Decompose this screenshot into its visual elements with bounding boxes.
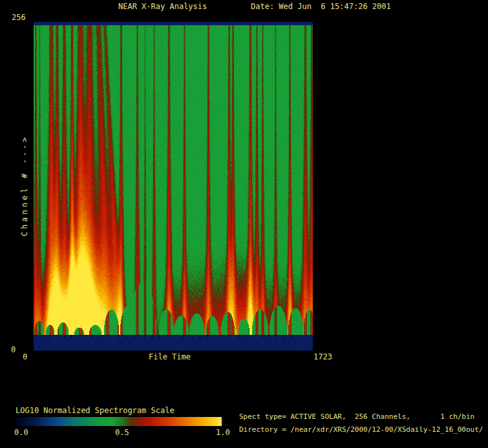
spect-type-line: Spect type= ACTIVE SOLAR, 256 Channels, …	[239, 412, 474, 421]
y-axis-max-label: 256	[12, 14, 26, 21]
y-axis-min-label: 0	[11, 346, 16, 354]
date-label: Date: Wed Jun 6 15:47:26 2001	[251, 3, 391, 10]
x-axis-label: File Time	[149, 353, 191, 361]
colorbar-title: LOG10 Normalized Spectrogram Scale	[16, 407, 175, 414]
app-title: NEAR X-Ray Analysis	[118, 3, 207, 10]
directory-line: Directory = /near/xdr/XRS/2000/12-00/XSd…	[239, 425, 483, 434]
x-axis-min-label: 0	[23, 353, 27, 361]
xray-analysis-window: { "header": { "title": "NEAR X-Ray Analy…	[0, 0, 488, 448]
spectrogram-canvas	[34, 21, 313, 351]
colorbar-canvas	[15, 417, 222, 426]
y-axis-label: Channel # --->	[21, 134, 28, 236]
colorbar-tick-mid: 0.5	[115, 429, 129, 436]
colorbar-tick-max: 1.0	[216, 429, 230, 436]
x-axis-max-label: 1723	[313, 353, 332, 361]
colorbar-tick-min: 0.0	[14, 429, 28, 436]
